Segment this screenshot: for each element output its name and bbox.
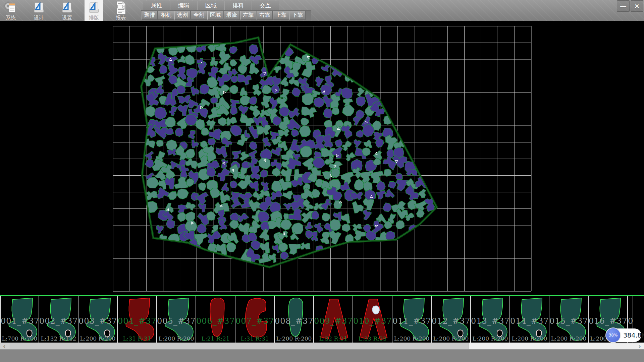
tool-button-2[interactable]: 选割	[174, 11, 191, 20]
minimize-button[interactable]: —	[617, 0, 630, 12]
report-icon	[113, 1, 128, 15]
part-name-label: 013_#37	[471, 316, 509, 326]
main-button-label: 报表	[116, 15, 126, 21]
part-lr-label: L:31 R:31	[235, 335, 274, 342]
scroll-left-arrow-icon[interactable]: ‹	[0, 343, 9, 349]
part-thumbnail-11[interactable]: 011_#37L:200 R:200	[392, 296, 432, 343]
tool-button-3[interactable]: 全割	[191, 11, 207, 20]
toolbar: 系统设计设置排版报表 属性编辑区域排料交互 聚排相机选割全割区域瑕疵左靠右靠上靠…	[0, 0, 644, 21]
main-button-design[interactable]: 设计	[30, 0, 48, 21]
part-name-label: 002_#37	[39, 316, 78, 326]
set-square-icon	[87, 1, 101, 15]
tool-button-6[interactable]: 左靠	[240, 11, 256, 20]
part-lr-label: L:200 R:200	[157, 335, 196, 342]
part-name-label: 005_#37	[157, 316, 196, 326]
menu-tab-bar: 属性编辑区域排料交互	[143, 1, 279, 10]
set-square-icon	[32, 1, 46, 15]
part-name-label: 006_#37	[196, 316, 235, 326]
status-footer	[0, 349, 644, 362]
part-thumbnail-4[interactable]: 004_#37L:31 R:31	[118, 296, 157, 343]
scrollbar-thumb[interactable]	[9, 343, 469, 349]
part-thumbnail-9[interactable]: 009_#37L:32 R:31	[314, 296, 353, 343]
part-name-label: 009_#37	[314, 316, 353, 326]
parts-strip: 001_#37L:700 R:700002_#37L:132 R:132003_…	[0, 295, 644, 343]
tool-button-8[interactable]: 上靠	[273, 11, 289, 20]
part-thumbnail-8[interactable]: 008_#37L:200 R:200	[275, 296, 314, 343]
part-thumbnail-2[interactable]: 002_#37L:132 R:132	[39, 296, 78, 343]
nesting-drawing	[0, 21, 644, 295]
part-thumbnail-13[interactable]: 013_#37L:200 R:200	[471, 296, 510, 343]
part-thumbnail-6[interactable]: 006_#37L:21 R:21	[196, 296, 235, 343]
progress-badge: 38%	[605, 327, 621, 343]
tool-button-1[interactable]: 相机	[158, 11, 174, 20]
memory-usage-label: 384.8M	[623, 331, 644, 339]
horizontal-scrollbar[interactable]: ‹ ›	[0, 343, 644, 349]
part-lr-label: L:200 R:200	[510, 335, 549, 342]
tool-button-0[interactable]: 聚排	[142, 11, 158, 20]
part-lr-label: L:200 R:200	[78, 335, 117, 342]
system-gear-icon	[3, 1, 18, 15]
part-thumbnail-15[interactable]: 015_#37L:200 R:200	[549, 296, 589, 343]
tool-button-4[interactable]: 区域	[207, 11, 223, 20]
nesting-canvas[interactable]	[0, 21, 644, 295]
part-name-label: 012_#37	[432, 316, 470, 326]
part-lr-label: L:200 R:200	[392, 335, 431, 342]
part-name-label: 001_#37	[1, 316, 39, 326]
part-name-label: 011_#37	[392, 316, 431, 326]
part-thumbnail-5[interactable]: 005_#37L:200 R:200	[157, 296, 196, 343]
part-name-label: 004_#37	[118, 316, 156, 326]
status-pill: 38% 384.8M	[606, 328, 641, 342]
tool-button-9[interactable]: 下靠	[289, 11, 306, 20]
part-thumbnail-10[interactable]: 010_#37L:33 R:33	[353, 296, 392, 343]
part-lr-label: L:31 R:31	[118, 335, 156, 342]
part-name-label: 014_#37	[510, 316, 549, 326]
part-name-label: 010_#37	[353, 316, 392, 326]
part-name-label: 016_#37	[589, 316, 627, 326]
part-name-label: 003_#37	[78, 316, 117, 326]
part-lr-label: L:200 R:200	[471, 335, 509, 342]
menu-tab-0[interactable]: 属性	[143, 1, 170, 10]
main-button-label: 设计	[34, 15, 44, 21]
part-lr-label: L:200 R:200	[432, 335, 470, 342]
part-thumbnail-3[interactable]: 003_#37L:200 R:200	[78, 296, 118, 343]
part-lr-label: L:32 R:31	[314, 335, 353, 342]
menu-tab-1[interactable]: 编辑	[170, 1, 198, 10]
window-controls: — ×	[617, 0, 643, 12]
main-button-label: 设置	[62, 15, 72, 21]
part-thumbnail-1[interactable]: 001_#37L:700 R:700	[0, 296, 39, 343]
part-name-label: 008_#37	[275, 316, 313, 326]
part-thumbnail-14[interactable]: 014_#37L:200 R:200	[510, 296, 549, 343]
part-lr-label: L:33 R:33	[353, 335, 392, 342]
part-lr-label: L:200 R:200	[549, 335, 588, 342]
part-lr-label: L:132 R:132	[39, 335, 78, 342]
main-button-label: 系统	[6, 15, 16, 21]
main-button-report[interactable]: 报表	[111, 0, 130, 21]
part-lr-label: L:21 R:21	[196, 335, 235, 342]
main-button-label: 排版	[89, 15, 99, 21]
main-button-nesting[interactable]: 排版	[85, 0, 103, 21]
tool-button-5[interactable]: 瑕疵	[224, 11, 240, 20]
menu-tab-2[interactable]: 区域	[198, 1, 225, 10]
nesting-app-window: 系统设计设置排版报表 属性编辑区域排料交互 聚排相机选割全割区域瑕疵左靠右靠上靠…	[0, 0, 644, 362]
part-name-label: 0	[628, 316, 633, 326]
part-lr-label: L:200 R:200	[275, 335, 313, 342]
tool-button-row: 聚排相机选割全割区域瑕疵左靠右靠上靠下靠	[141, 10, 311, 20]
main-button-system[interactable]: 系统	[1, 0, 20, 21]
set-square-icon	[60, 1, 74, 15]
part-lr-label: L:700 R:700	[1, 335, 39, 342]
part-name-label: 015_#37	[549, 316, 588, 326]
tool-button-7[interactable]: 右靠	[257, 11, 273, 20]
menu-tab-3[interactable]: 排料	[225, 1, 252, 10]
part-name-label: 007_#37	[235, 316, 274, 326]
part-thumbnail-7[interactable]: 007_#37L:31 R:31	[235, 296, 275, 343]
main-button-settings[interactable]: 设置	[58, 0, 76, 21]
part-thumbnail-12[interactable]: 012_#37L:200 R:200	[432, 296, 471, 343]
scroll-right-arrow-icon[interactable]: ›	[635, 343, 644, 349]
close-button[interactable]: ×	[631, 0, 643, 12]
menu-tab-4[interactable]: 交互	[252, 1, 279, 10]
